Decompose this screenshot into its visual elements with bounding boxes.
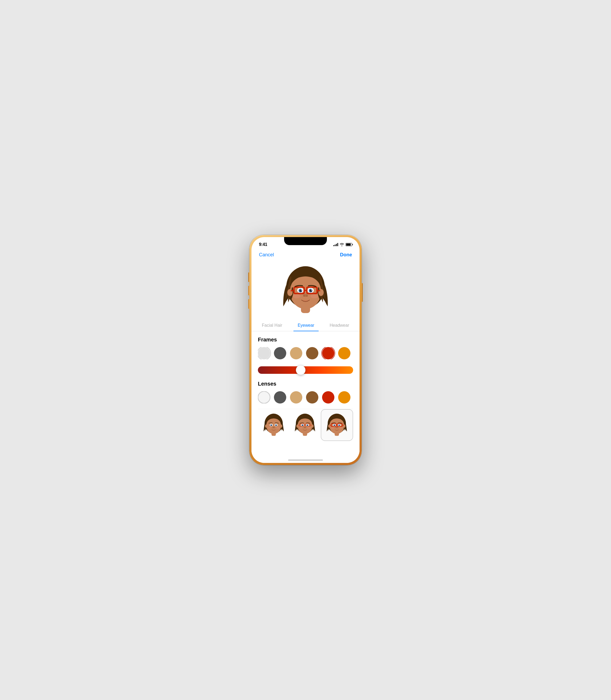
frames-title: Frames (258, 337, 353, 343)
svg-rect-68 (335, 432, 339, 436)
preview-memoji-2 (293, 412, 317, 438)
tab-facial-hair[interactable]: Facial Hair (258, 320, 286, 331)
svg-point-15 (306, 295, 308, 297)
svg-point-53 (307, 425, 308, 425)
svg-point-40 (276, 427, 280, 429)
svg-point-62 (299, 427, 302, 429)
swatch-red[interactable] (322, 347, 334, 359)
category-tabs: Facial Hair Eyewear Headwear (252, 320, 359, 331)
lenses-section: Lenses (258, 381, 353, 403)
swatch-dark-gray[interactable] (274, 347, 286, 359)
svg-point-2 (287, 289, 293, 296)
svg-point-78 (336, 427, 337, 428)
status-time: 9:41 (259, 242, 267, 247)
swatch-lenses-brown[interactable] (306, 391, 318, 403)
swatch-lenses-orange[interactable] (338, 391, 351, 403)
svg-point-76 (340, 425, 340, 425)
swatch-white[interactable] (258, 347, 270, 359)
svg-line-20 (317, 290, 320, 291)
svg-point-38 (274, 427, 275, 428)
nav-bar: Cancel Done (252, 250, 359, 261)
svg-point-44 (311, 425, 314, 428)
wifi-icon (340, 243, 344, 246)
phone-screen: 9:41 Cancel Done (252, 237, 359, 463)
frames-slider-thumb[interactable] (296, 365, 306, 375)
swatch-orange[interactable] (338, 347, 351, 359)
svg-point-79 (337, 427, 338, 428)
svg-point-52 (302, 425, 303, 425)
svg-rect-45 (303, 432, 307, 436)
svg-point-34 (271, 425, 272, 425)
tab-eyewear[interactable]: Eyewear (294, 320, 318, 331)
svg-point-67 (343, 425, 345, 428)
preview-row (258, 409, 353, 441)
swatch-lenses-tan[interactable] (290, 391, 302, 403)
frames-color-swatches (258, 347, 353, 359)
swatch-lenses-dark-gray[interactable] (274, 391, 286, 403)
preview-style-1[interactable] (258, 410, 289, 441)
svg-point-39 (268, 427, 271, 429)
swatch-lenses-none[interactable] (258, 391, 270, 403)
memoji-avatar (280, 264, 331, 317)
svg-point-21 (293, 294, 300, 298)
svg-point-55 (304, 427, 305, 428)
frames-color-slider[interactable] (258, 366, 353, 374)
svg-point-35 (276, 425, 277, 425)
svg-point-56 (305, 427, 306, 428)
svg-point-25 (265, 425, 267, 428)
battery-icon (346, 243, 352, 246)
preview-style-2[interactable] (289, 410, 321, 441)
svg-line-83 (330, 425, 331, 426)
lenses-color-swatches (258, 391, 353, 403)
svg-line-19 (291, 290, 294, 291)
signal-icon (333, 243, 338, 246)
preview-style-3[interactable] (321, 409, 353, 441)
cancel-button[interactable]: Cancel (259, 252, 274, 258)
preview-memoji-3 (325, 412, 349, 438)
phone-frame: 9:41 Cancel Done (249, 235, 362, 465)
done-button[interactable]: Done (340, 252, 352, 258)
status-icons (333, 243, 352, 246)
svg-point-86 (339, 427, 343, 429)
svg-point-75 (335, 425, 335, 425)
svg-point-66 (328, 425, 331, 428)
svg-point-63 (307, 427, 311, 429)
tab-headwear[interactable]: Headwear (325, 320, 353, 331)
svg-point-3 (318, 289, 324, 296)
svg-point-22 (311, 294, 318, 298)
home-indicator (288, 459, 323, 461)
swatch-lenses-red[interactable] (322, 391, 334, 403)
svg-point-12 (311, 289, 312, 291)
frames-section: Frames (258, 337, 353, 375)
svg-rect-4 (301, 305, 310, 313)
svg-point-85 (331, 427, 334, 429)
svg-line-84 (342, 425, 344, 426)
preview-memoji-1 (262, 412, 286, 438)
svg-point-26 (280, 425, 282, 428)
notch (284, 237, 327, 245)
swatch-tan[interactable] (290, 347, 302, 359)
svg-point-11 (301, 289, 302, 291)
content-area: Frames (252, 331, 359, 463)
frames-slider-container (258, 365, 353, 375)
avatar-area (252, 261, 359, 320)
svg-point-37 (272, 427, 273, 428)
swatch-brown[interactable] (306, 347, 318, 359)
svg-point-14 (303, 295, 305, 297)
svg-point-43 (296, 425, 299, 428)
lenses-title: Lenses (258, 381, 353, 387)
svg-rect-27 (271, 432, 276, 436)
